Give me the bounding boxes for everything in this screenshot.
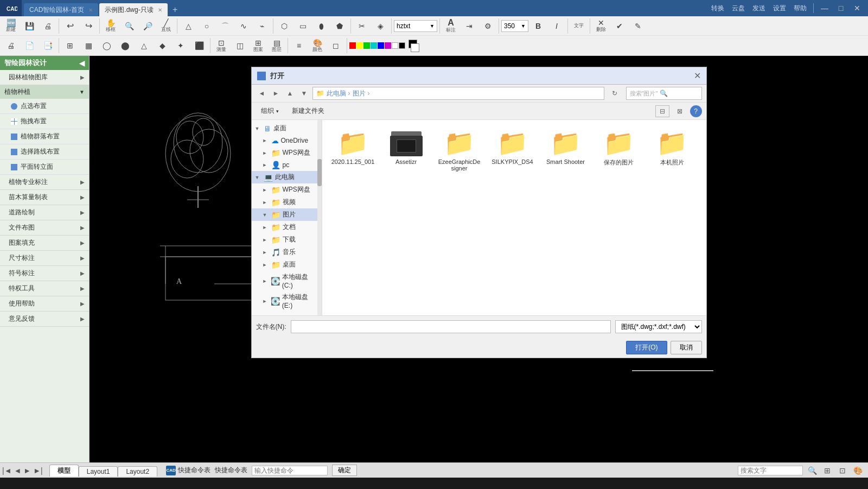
- area-button[interactable]: ◫: [231, 37, 248, 54]
- color-red[interactable]: [349, 42, 356, 49]
- color-button[interactable]: 🎨颜色: [309, 37, 326, 54]
- cancel-button[interactable]: 取消: [671, 341, 702, 354]
- circle-button[interactable]: ○: [198, 17, 215, 35]
- view-large-icon[interactable]: ⊟: [655, 105, 669, 117]
- hatch-button[interactable]: ⊞图案: [250, 37, 267, 54]
- sidebar-item-plant-design[interactable]: 植物种植 ▼: [0, 85, 89, 99]
- trim-button[interactable]: ✂: [353, 17, 371, 35]
- sidebar-item-help[interactable]: 使用帮助 ▶: [0, 296, 89, 312]
- nav-last-button[interactable]: ►|: [33, 466, 43, 475]
- sidebar-item-road[interactable]: 道路绘制 ▶: [0, 205, 89, 220]
- solid-button[interactable]: ◆: [154, 37, 171, 54]
- nav-refresh-button[interactable]: ↻: [609, 87, 621, 99]
- export-button[interactable]: 📑: [39, 37, 56, 54]
- nav-forward-button[interactable]: ►: [270, 87, 282, 99]
- command-input[interactable]: [252, 466, 328, 475]
- sidebar-item-tools[interactable]: 特权工具 ▶: [0, 281, 89, 296]
- sidebar-item-point-layout[interactable]: 点选布置: [0, 99, 89, 114]
- grid-view-button[interactable]: ⊞: [821, 465, 833, 477]
- tree-item-c-drive[interactable]: ► 💽 本地磁盘 (C:): [252, 271, 322, 291]
- lineweight-button[interactable]: ◻: [327, 37, 344, 54]
- font-combo[interactable]: hztxt ▼: [394, 20, 437, 32]
- nav-first-button[interactable]: |◄: [2, 466, 12, 475]
- sidebar-item-symbol[interactable]: 符号标注 ▶: [0, 266, 89, 281]
- tab-close-drawing[interactable]: ✕: [158, 7, 162, 13]
- folder-assetizr[interactable]: Assetizr: [382, 126, 431, 174]
- folder-ezee[interactable]: 📁 EzeeGraphicDesigner: [435, 126, 484, 174]
- confirm-button[interactable]: 确定: [332, 465, 357, 476]
- tree-item-desktop2[interactable]: ► 📁 桌面: [252, 258, 322, 271]
- indent-button[interactable]: ⇥: [461, 17, 478, 35]
- tree-item-pictures[interactable]: ▼ 📁 图片: [252, 208, 322, 221]
- search-icon-btn[interactable]: 🔍: [806, 465, 818, 477]
- polyline-button[interactable]: ∿: [235, 17, 252, 35]
- measure-button[interactable]: ⊡测量: [213, 37, 230, 54]
- folder-2020[interactable]: 📁 2020.11.25_001: [329, 126, 378, 174]
- italic-button[interactable]: I: [548, 17, 565, 35]
- tree-scrollbar[interactable]: [317, 120, 322, 315]
- tree-item-desktop[interactable]: ▼ 🖥 桌面: [252, 122, 322, 135]
- arc-button[interactable]: ⌒: [216, 17, 234, 35]
- shape-button[interactable]: ⬟: [331, 17, 348, 35]
- fill-button[interactable]: ⬛: [190, 37, 208, 54]
- tab-layout2[interactable]: Layout2: [118, 466, 157, 477]
- color-settings-button[interactable]: 🎨: [852, 465, 864, 477]
- spline-button[interactable]: ⌁: [253, 17, 271, 35]
- line-button[interactable]: ╱直线: [157, 17, 175, 35]
- linetype-button[interactable]: ≡: [290, 37, 308, 54]
- tree-item-pc-user[interactable]: ► 👤 pc: [252, 159, 322, 171]
- bold-button[interactable]: B: [529, 17, 547, 35]
- 3dface-button[interactable]: △: [135, 37, 152, 54]
- filename-input[interactable]: [291, 320, 611, 333]
- print2-button[interactable]: 🖨: [2, 37, 20, 54]
- sidebar-item-plant-lib[interactable]: 园林植物图库 ▶: [0, 70, 89, 85]
- tree-item-downloads[interactable]: ► 📁 下载: [252, 233, 322, 246]
- nav-next-button[interactable]: ►: [23, 466, 31, 475]
- zoom-out-button[interactable]: 🔎: [139, 17, 156, 35]
- folder-saved-pics[interactable]: 📁 保存的图片: [595, 126, 643, 174]
- polygon-button[interactable]: ⬡: [276, 17, 293, 35]
- tree-item-docs[interactable]: ► 📁 文档: [252, 221, 322, 233]
- folder-smart-shooter[interactable]: 📁 Smart Shooter: [541, 126, 590, 174]
- tab-drawing[interactable]: 示例图.dwg-只读 ✕: [99, 3, 167, 16]
- tree-item-wps[interactable]: ► 📁 WPS网盘: [252, 183, 322, 196]
- triangle-button[interactable]: △: [180, 17, 197, 35]
- pan-button[interactable]: ✋移框: [102, 17, 119, 35]
- open-button[interactable]: 打开(O): [626, 341, 667, 354]
- menu-cloud[interactable]: 云盘: [729, 4, 748, 13]
- tab-add-button[interactable]: +: [169, 3, 182, 16]
- view-details-button[interactable]: ⊠: [673, 105, 687, 117]
- sidebar-item-annotation[interactable]: 植物专业标注 ▶: [0, 175, 89, 190]
- sidebar-item-feedback[interactable]: 意见反馈 ▶: [0, 312, 89, 327]
- tab-close-home[interactable]: ✕: [88, 7, 93, 13]
- new-folder-button[interactable]: 新建文件夹: [287, 105, 329, 117]
- sidebar-item-plan-elevation[interactable]: 平面转立面: [0, 160, 89, 175]
- tree-item-music[interactable]: ► 🎵 音乐: [252, 246, 322, 258]
- fit-view-button[interactable]: ⊡: [837, 465, 848, 477]
- sidebar-item-group-layout[interactable]: 植物群落布置: [0, 129, 89, 144]
- tab-home[interactable]: CAD智绘园林-首页 ✕: [24, 3, 98, 16]
- text-settings-button[interactable]: ⚙: [479, 17, 496, 35]
- dialog-breadcrumb[interactable]: 📁 此电脑 › 图片 ›: [312, 87, 604, 100]
- nav-up-button[interactable]: ▲: [284, 87, 296, 99]
- fillet-button[interactable]: ◈: [372, 17, 389, 35]
- redo-button[interactable]: ↪: [80, 17, 97, 35]
- dialog-search-box[interactable]: 搜索"图片" 🔍: [626, 87, 702, 100]
- star-button[interactable]: ✦: [172, 37, 189, 54]
- search-text-input[interactable]: [738, 466, 803, 475]
- rect-button[interactable]: ▭: [294, 17, 311, 35]
- sidebar-item-dimension[interactable]: 尺寸标注 ▶: [0, 251, 89, 266]
- tree-item-onedrive[interactable]: ► ☁ OneDrive: [252, 135, 322, 147]
- tree-item-this-pc[interactable]: ▼ 💻 此电脑: [252, 171, 322, 183]
- layer-button[interactable]: ▤图层: [268, 37, 285, 54]
- folder-silkypix[interactable]: 📁 SILKYPIX_DS4: [488, 126, 537, 174]
- nav-prev-button[interactable]: ◄: [14, 466, 22, 475]
- tree-item-video[interactable]: ► 📁 视频: [252, 196, 322, 208]
- sidebar-item-drag-layout[interactable]: 拖拽布置: [0, 114, 89, 129]
- wipeout-button[interactable]: ◯: [98, 37, 116, 54]
- window-close-button[interactable]: ✕: [850, 2, 865, 14]
- color-yellow[interactable]: [356, 42, 363, 49]
- text-annotation-button[interactable]: A标注: [442, 17, 459, 35]
- color-blue[interactable]: [378, 42, 384, 49]
- nav-recent-button[interactable]: ▼: [298, 87, 310, 99]
